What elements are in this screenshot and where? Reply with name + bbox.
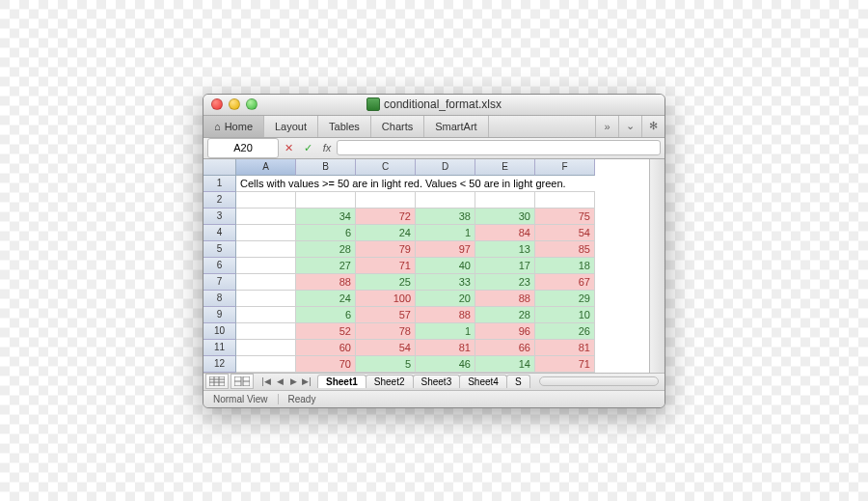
cell[interactable]: 79	[356, 241, 416, 258]
horizontal-scrollbar[interactable]	[539, 376, 659, 386]
row-header[interactable]: 9	[203, 307, 236, 323]
cell[interactable]: 24	[356, 225, 416, 241]
normal-view-button[interactable]	[205, 374, 229, 389]
row-header[interactable]: 11	[203, 340, 236, 356]
cell[interactable]: 23	[475, 274, 535, 291]
cell[interactable]: 60	[296, 340, 356, 356]
spreadsheet-grid[interactable]: A B C D E F 1Cells with values >= 50 are…	[203, 159, 649, 373]
cell[interactable]	[236, 258, 296, 274]
sheet-tab-3[interactable]: Sheet3	[413, 375, 461, 388]
cell[interactable]: 84	[475, 225, 535, 241]
col-header-d[interactable]: D	[416, 159, 475, 176]
formula-enter-button[interactable]: ✓	[298, 142, 317, 154]
cell[interactable]: 25	[356, 274, 416, 291]
col-header-c[interactable]: C	[356, 159, 416, 176]
col-header-a[interactable]: A	[236, 159, 296, 176]
cell[interactable]	[236, 307, 296, 323]
cell[interactable]: 88	[416, 307, 475, 323]
cell[interactable]	[475, 192, 535, 209]
row-header[interactable]: 2	[203, 192, 236, 209]
sheet-nav-next[interactable]: ▶	[286, 376, 300, 386]
cell[interactable]: 10	[535, 307, 595, 323]
tab-home[interactable]: ⌂ Home	[203, 116, 264, 137]
name-box[interactable]: A20	[207, 138, 279, 158]
cell[interactable]	[236, 241, 296, 258]
cell[interactable]: 26	[535, 323, 595, 340]
sheet-tab-4[interactable]: Sheet4	[459, 375, 507, 388]
cell[interactable]: 14	[475, 356, 535, 373]
cell[interactable]	[236, 323, 296, 340]
row-header[interactable]: 8	[203, 291, 236, 307]
cell[interactable]: 85	[535, 241, 595, 258]
titlebar[interactable]: conditional_format.xlsx	[203, 95, 665, 116]
cell[interactable]: 17	[475, 258, 535, 274]
tab-layout[interactable]: Layout	[264, 116, 318, 137]
col-header-b[interactable]: B	[296, 159, 356, 176]
cell[interactable]: 29	[535, 291, 595, 307]
cell[interactable]: 27	[296, 258, 356, 274]
col-header-e[interactable]: E	[475, 159, 535, 176]
row-header[interactable]: 6	[203, 258, 236, 274]
cell[interactable]	[296, 192, 356, 209]
cell[interactable]: 24	[296, 291, 356, 307]
close-icon[interactable]	[211, 98, 223, 110]
vertical-scrollbar[interactable]	[649, 159, 665, 373]
cell[interactable]: Cells with values >= 50 are in light red…	[236, 176, 595, 192]
cell[interactable]	[236, 356, 296, 373]
zoom-icon[interactable]	[246, 98, 258, 110]
cell[interactable]: 6	[296, 225, 356, 241]
cell[interactable]	[356, 192, 416, 209]
cell[interactable]	[236, 192, 296, 209]
cell[interactable]: 1	[416, 323, 475, 340]
sheet-tab-2[interactable]: Sheet2	[366, 375, 414, 388]
cell[interactable]: 34	[296, 209, 356, 225]
cell[interactable]: 28	[296, 241, 356, 258]
cell[interactable]: 71	[535, 356, 595, 373]
cell[interactable]: 20	[416, 291, 475, 307]
sheet-nav-last[interactable]: ▶|	[300, 376, 313, 386]
cell[interactable]: 52	[296, 323, 356, 340]
row-header[interactable]: 7	[203, 274, 236, 291]
cell[interactable]: 81	[535, 340, 595, 356]
col-header-f[interactable]: F	[535, 159, 595, 176]
cell[interactable]	[535, 192, 595, 209]
cell[interactable]: 1	[416, 225, 475, 241]
select-all-corner[interactable]	[203, 159, 236, 176]
cell[interactable]	[236, 274, 296, 291]
row-header[interactable]: 3	[203, 209, 236, 225]
cell[interactable]: 57	[356, 307, 416, 323]
sheet-nav-prev[interactable]: ◀	[273, 376, 286, 386]
cell[interactable]: 54	[356, 340, 416, 356]
tab-charts[interactable]: Charts	[371, 116, 424, 137]
cell[interactable]	[236, 340, 296, 356]
cell[interactable]: 66	[475, 340, 535, 356]
cell[interactable]: 81	[416, 340, 475, 356]
cell[interactable]: 88	[296, 274, 356, 291]
cell[interactable]	[236, 209, 296, 225]
tab-smartart[interactable]: SmartArt	[424, 116, 488, 137]
ribbon-settings-button[interactable]: ✻	[641, 116, 665, 137]
cell[interactable]: 28	[475, 307, 535, 323]
row-header[interactable]: 10	[203, 323, 236, 340]
cell[interactable]: 67	[535, 274, 595, 291]
cell[interactable]: 71	[356, 258, 416, 274]
cell[interactable]: 75	[535, 209, 595, 225]
ribbon-more-button[interactable]: »	[595, 116, 618, 137]
cell[interactable]: 96	[475, 323, 535, 340]
cell[interactable]: 33	[416, 274, 475, 291]
cell[interactable]: 88	[475, 291, 535, 307]
page-layout-view-button[interactable]	[231, 374, 254, 389]
cell[interactable]: 13	[475, 241, 535, 258]
formula-input[interactable]	[337, 140, 661, 155]
cell[interactable]	[236, 291, 296, 307]
sheet-tab-overflow[interactable]: S	[506, 375, 530, 388]
sheet-nav-first[interactable]: |◀	[259, 376, 273, 386]
cell[interactable]: 72	[356, 209, 416, 225]
cell[interactable]: 38	[416, 209, 475, 225]
row-header[interactable]: 12	[203, 356, 236, 373]
minimize-icon[interactable]	[229, 98, 240, 110]
tab-tables[interactable]: Tables	[318, 116, 371, 137]
row-header[interactable]: 4	[203, 225, 236, 241]
formula-cancel-button[interactable]: ✕	[279, 142, 298, 154]
cell[interactable]: 100	[356, 291, 416, 307]
